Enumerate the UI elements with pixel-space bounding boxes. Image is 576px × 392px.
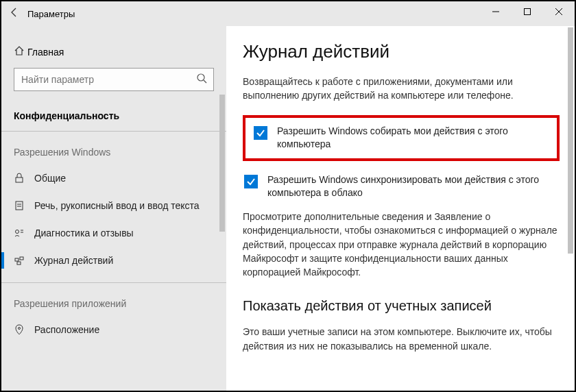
home-link[interactable]: Главная — [1, 41, 226, 68]
home-icon — [14, 45, 27, 58]
svg-point-10 — [16, 230, 19, 234]
titlebar: Параметры — [1, 1, 575, 26]
search-input[interactable] — [14, 68, 214, 91]
clipboard-icon — [14, 200, 34, 211]
search-box[interactable] — [14, 68, 214, 91]
nav-label: Диагностика и отзывы — [34, 228, 134, 238]
intro-text: Возвращайтесь к работе с приложениями, д… — [243, 75, 560, 103]
divider — [1, 131, 226, 132]
checkbox-row-sync: Разрешить Windows синхронизировать мои д… — [243, 171, 560, 210]
maximize-button[interactable] — [512, 1, 543, 22]
lock-icon — [14, 173, 34, 184]
svg-point-14 — [19, 328, 21, 330]
svg-rect-7 — [16, 201, 23, 210]
accounts-text: Это ваши учетные записи на этом компьюте… — [243, 325, 560, 353]
nav-label: Общие — [34, 173, 66, 184]
sidebar: Главная Конфиденциальность Разрешения Wi… — [1, 26, 226, 391]
nav-label: Речь, рукописный ввод и ввод текста — [34, 200, 200, 211]
home-label: Главная — [27, 47, 64, 58]
page-title: Журнал действий — [243, 41, 560, 62]
nav-label: Расположение — [34, 324, 99, 335]
svg-rect-13 — [17, 262, 21, 265]
history-icon — [14, 255, 34, 266]
svg-point-4 — [197, 74, 204, 81]
nav-speech[interactable]: Речь, рукописный ввод и ввод текста — [1, 192, 226, 219]
search-icon — [196, 73, 207, 86]
checkbox-collect-label: Разрешить Windows собирать мои действия … — [277, 125, 549, 151]
checkbox-collect[interactable] — [254, 126, 267, 140]
section-heading: Конфиденциальность — [1, 103, 226, 131]
svg-rect-11 — [15, 258, 19, 261]
close-button[interactable] — [543, 1, 575, 22]
highlight-box: Разрешить Windows собирать мои действия … — [243, 115, 560, 161]
info-text: Просмотрите дополнительные сведения и За… — [243, 210, 560, 279]
nav-activity-history[interactable]: Журнал действий — [1, 247, 226, 274]
feedback-icon — [14, 228, 34, 238]
back-button[interactable] — [1, 7, 27, 21]
location-icon — [14, 324, 34, 335]
group-label-windows: Разрешения Windows — [1, 141, 226, 164]
window-title: Параметры — [27, 9, 75, 19]
content-pane: Журнал действий Возвращайтесь к работе с… — [226, 26, 575, 391]
group-label-apps: Разрешения приложений — [1, 293, 226, 316]
nav-general[interactable]: Общие — [1, 164, 226, 192]
checkbox-sync[interactable] — [244, 175, 258, 188]
divider — [1, 282, 226, 283]
nav-label: Журнал действий — [34, 255, 113, 266]
minimize-button[interactable] — [480, 1, 512, 22]
sidebar-scrollbar[interactable] — [219, 95, 225, 232]
section-heading-accounts: Показать действия от учетных записей — [243, 298, 560, 314]
svg-line-5 — [204, 80, 206, 83]
nav-location[interactable]: Расположение — [1, 316, 226, 343]
svg-rect-12 — [20, 257, 23, 260]
nav-diagnostics[interactable]: Диагностика и отзывы — [1, 219, 226, 247]
content-scrollbar[interactable] — [568, 27, 573, 254]
svg-rect-6 — [16, 177, 23, 182]
checkbox-sync-label: Разрешить Windows синхронизировать мои д… — [267, 173, 558, 200]
svg-rect-1 — [525, 9, 531, 15]
